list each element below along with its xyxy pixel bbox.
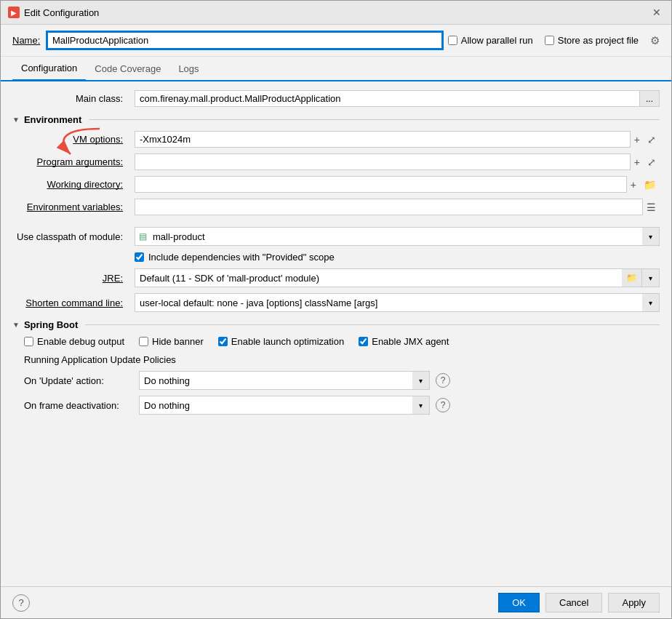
on-update-help-button[interactable]: ? — [436, 373, 450, 388]
on-deactivate-label: On frame deactivation: — [24, 400, 133, 411]
bottom-bar: ? OK Cancel Apply — [1, 586, 671, 618]
hide-banner-label[interactable]: Hide banner — [152, 336, 204, 347]
env-vars-label: Environment variables: — [12, 201, 129, 212]
update-policies-section: Running Application Update Policies On '… — [24, 354, 660, 415]
module-label: Use classpath of module: — [12, 231, 129, 242]
on-update-label: On 'Update' action: — [24, 375, 133, 386]
ok-button[interactable]: OK — [498, 593, 540, 612]
program-args-expand-button[interactable]: ⤢ — [644, 153, 660, 170]
help-button[interactable]: ? — [12, 594, 30, 612]
working-dir-field-group: + 📁 — [135, 176, 660, 193]
on-deactivate-help-button[interactable]: ? — [436, 398, 450, 412]
spring-boot-label: Spring Boot — [24, 319, 78, 330]
title-bar-left: ▶ Edit Configuration — [8, 7, 99, 18]
env-vars-edit-button[interactable]: ☰ — [643, 199, 660, 215]
spring-boot-checkboxes: Enable debug output Hide banner Enable l… — [12, 336, 660, 347]
enable-launch-label[interactable]: Enable launch optimization — [231, 336, 344, 347]
vm-options-input[interactable] — [135, 131, 631, 148]
program-args-input[interactable] — [135, 153, 631, 170]
working-dir-input[interactable] — [135, 176, 627, 193]
environment-section-header: ▼ Environment — [12, 114, 660, 125]
on-deactivate-row: On frame deactivation: Do nothing ▾ ? — [24, 396, 660, 415]
vm-options-add-button[interactable]: + — [631, 131, 644, 148]
vm-options-field-group: + ⤢ — [135, 131, 660, 148]
dialog-title: Edit Configuration — [24, 7, 99, 18]
main-class-row: Main class: ... — [12, 90, 660, 107]
jre-dropdown[interactable]: Default (11 - SDK of 'mall-product' modu… — [135, 268, 660, 287]
enable-launch-checkbox[interactable] — [218, 337, 228, 346]
jre-browse-button[interactable]: 📁 — [622, 268, 642, 287]
environment-toggle-arrow[interactable]: ▼ — [12, 116, 20, 124]
spring-boot-toggle-arrow[interactable]: ▼ — [12, 321, 20, 329]
enable-jmx-item: Enable JMX agent — [359, 336, 449, 347]
shorten-cmd-dropdown-wrapper: user-local default: none - java [options… — [135, 293, 660, 312]
module-row: Use classpath of module: mall-product ▤ … — [12, 227, 660, 246]
close-button[interactable]: ✕ — [649, 5, 664, 20]
tab-code-coverage[interactable]: Code Coverage — [86, 57, 169, 80]
enable-debug-checkbox[interactable] — [24, 337, 33, 346]
gear-icon[interactable]: ⚙ — [650, 34, 660, 47]
working-dir-browse-button[interactable]: 📁 — [640, 176, 660, 193]
enable-launch-item: Enable launch optimization — [218, 336, 344, 347]
title-bar: ▶ Edit Configuration ✕ — [1, 1, 671, 25]
working-dir-row: Working directory: + 📁 — [12, 176, 660, 193]
on-deactivate-dropdown[interactable]: Do nothing — [139, 396, 430, 415]
enable-debug-label[interactable]: Enable debug output — [37, 336, 124, 347]
hide-banner-checkbox[interactable] — [139, 337, 148, 346]
enable-jmx-checkbox[interactable] — [359, 337, 368, 346]
shorten-cmd-dropdown[interactable]: user-local default: none - java [options… — [135, 293, 660, 312]
main-class-label: Main class: — [12, 93, 129, 104]
allow-parallel-checkbox[interactable] — [448, 36, 457, 45]
cancel-button[interactable]: Cancel — [545, 593, 602, 612]
name-label: Name: — [12, 35, 41, 46]
name-row: Name: Allow parallel run Store as projec… — [1, 25, 671, 57]
jre-label: JRE: — [12, 273, 129, 284]
shorten-cmd-row: Shorten command line: user-local default… — [12, 293, 660, 312]
env-vars-row: Environment variables: ☰ — [12, 199, 660, 215]
name-input[interactable] — [47, 32, 442, 49]
dialog-icon: ▶ — [8, 7, 20, 18]
include-deps-row: Include dependencies with "Provided" sco… — [12, 252, 660, 263]
spring-boot-header: ▼ Spring Boot — [12, 319, 660, 330]
main-class-browse-button[interactable]: ... — [640, 90, 660, 107]
module-dropdown[interactable]: mall-product — [135, 227, 660, 246]
store-project-checkbox[interactable] — [545, 36, 554, 45]
program-args-field-group: + ⤢ — [135, 153, 660, 170]
allow-parallel-label[interactable]: Allow parallel run — [461, 35, 533, 46]
program-args-label: Program arguments: — [12, 156, 129, 167]
update-policies-title: Running Application Update Policies — [24, 354, 660, 365]
jre-row: JRE: Default (11 - SDK of 'mall-product'… — [12, 268, 660, 287]
shorten-cmd-label: Shorten command line: — [12, 297, 129, 308]
tab-configuration[interactable]: Configuration — [12, 57, 86, 81]
name-options: Allow parallel run Store as project file… — [448, 34, 660, 47]
include-deps-checkbox[interactable] — [135, 252, 144, 262]
environment-divider — [89, 119, 660, 120]
program-args-add-button[interactable]: + — [631, 153, 644, 170]
tabs-row: Configuration Code Coverage Logs — [1, 57, 671, 81]
enable-jmx-label[interactable]: Enable JMX agent — [372, 336, 449, 347]
vm-options-label: VM options: — [12, 134, 129, 145]
allow-parallel-group: Allow parallel run — [448, 35, 533, 46]
env-vars-field-group: ☰ — [135, 199, 660, 215]
main-class-input-group: ... — [135, 90, 660, 107]
vm-options-expand-button[interactable]: ⤢ — [644, 131, 660, 148]
edit-configuration-dialog: ▶ Edit Configuration ✕ Name: Allow paral… — [0, 0, 672, 619]
apply-button[interactable]: Apply — [608, 593, 660, 612]
on-update-dropdown[interactable]: Do nothing — [139, 371, 430, 390]
enable-debug-item: Enable debug output — [24, 336, 124, 347]
working-dir-add-button[interactable]: + — [627, 176, 640, 193]
store-project-label[interactable]: Store as project file — [558, 35, 639, 46]
working-dir-label: Working directory: — [12, 179, 129, 190]
main-class-input[interactable] — [135, 90, 640, 107]
store-project-group: Store as project file — [545, 35, 639, 46]
module-dropdown-wrapper: mall-product ▤ ▾ — [135, 227, 660, 246]
include-deps-label[interactable]: Include dependencies with "Provided" sco… — [148, 252, 335, 263]
env-vars-input[interactable] — [135, 199, 643, 215]
tab-logs[interactable]: Logs — [169, 57, 207, 80]
on-update-dropdown-wrapper: Do nothing ▾ — [139, 371, 430, 390]
vm-options-row: VM options: + ⤢ — [12, 131, 660, 148]
environment-section-label: Environment — [24, 114, 81, 125]
hide-banner-item: Hide banner — [139, 336, 204, 347]
on-update-row: On 'Update' action: Do nothing ▾ ? — [24, 371, 660, 390]
program-args-row: Program arguments: + ⤢ — [12, 153, 660, 170]
